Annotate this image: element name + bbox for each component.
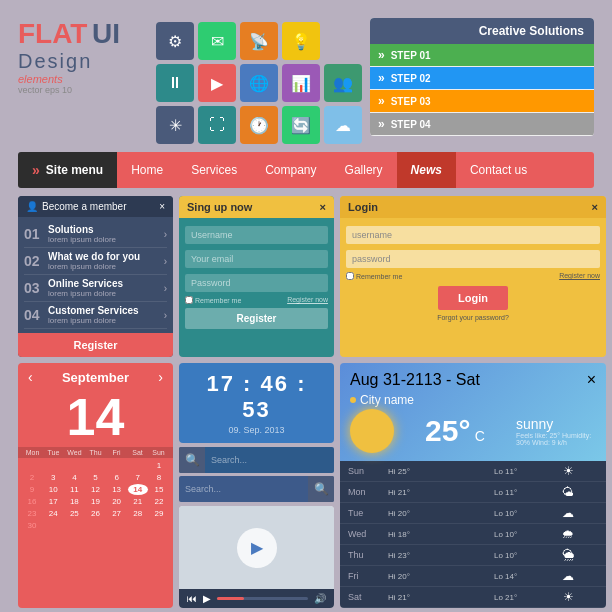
mid-column: 17 : 46 : 53 09. Sep. 2013 🔍 🔍 ▶ bbox=[179, 363, 334, 608]
calendar-day[interactable]: 12 bbox=[85, 484, 105, 495]
icon-email[interactable]: ✉ bbox=[198, 22, 236, 60]
ui-text: UI bbox=[92, 18, 120, 49]
list-item[interactable]: 01 Solutions lorem ipsum dolore › bbox=[24, 221, 167, 248]
calendar-day[interactable]: 28 bbox=[128, 508, 148, 519]
search-input-1[interactable] bbox=[205, 447, 334, 473]
list-item[interactable]: 03 Online Services lorem ipsum dolore › bbox=[24, 275, 167, 302]
calendar-day[interactable]: 23 bbox=[22, 508, 42, 519]
icon-pause[interactable]: ⏸ bbox=[156, 64, 194, 102]
register-button[interactable]: Register bbox=[18, 333, 173, 357]
search-input-2[interactable] bbox=[179, 476, 308, 502]
video-play-button[interactable]: ▶ bbox=[237, 528, 277, 568]
video-progress-fill bbox=[217, 597, 244, 600]
calendar-day[interactable]: 4 bbox=[64, 472, 84, 483]
calendar-day[interactable]: 17 bbox=[43, 496, 63, 507]
calendar-day[interactable]: 19 bbox=[85, 496, 105, 507]
list-item[interactable]: 02 What we do for you lorem ipsum dolore… bbox=[24, 248, 167, 275]
icon-play[interactable]: ▶ bbox=[198, 64, 236, 102]
calendar-day[interactable]: 25 bbox=[64, 508, 84, 519]
calendar-day[interactable]: 24 bbox=[43, 508, 63, 519]
icon-users[interactable]: 👥 bbox=[324, 64, 362, 102]
cal-prev-arrow[interactable]: ‹ bbox=[28, 369, 33, 385]
list-item[interactable]: 04 Customer Services lorem ipsum dolore … bbox=[24, 302, 167, 329]
register-link[interactable]: Register now bbox=[287, 296, 328, 304]
forgot-password-link[interactable]: Forgot your password? bbox=[346, 314, 600, 321]
nav-company[interactable]: Company bbox=[251, 152, 330, 188]
cal-next-arrow[interactable]: › bbox=[158, 369, 163, 385]
video-rewind-icon[interactable]: ⏮ bbox=[187, 593, 197, 604]
calendar-day[interactable]: 11 bbox=[64, 484, 84, 495]
calendar-day[interactable]: 8 bbox=[149, 472, 169, 483]
nav-news[interactable]: News bbox=[397, 152, 456, 188]
signup-password-input[interactable] bbox=[185, 274, 328, 292]
member-close-icon[interactable]: × bbox=[159, 201, 165, 212]
icon-settings[interactable]: ⚙ bbox=[156, 22, 194, 60]
calendar-day bbox=[43, 520, 63, 531]
icon-cloud[interactable]: ☁ bbox=[324, 106, 362, 144]
weather-close-icon[interactable]: × bbox=[587, 371, 596, 389]
nav-services[interactable]: Services bbox=[177, 152, 251, 188]
cs-step-4[interactable]: » STEP 04 bbox=[370, 113, 594, 136]
login-password-input[interactable] bbox=[346, 250, 600, 268]
login-remember-label[interactable]: Remember me bbox=[346, 272, 402, 280]
calendar-day[interactable]: 10 bbox=[43, 484, 63, 495]
calendar-day[interactable]: 27 bbox=[107, 508, 127, 519]
calendar-day[interactable]: 21 bbox=[128, 496, 148, 507]
calendar-day[interactable]: 9 bbox=[22, 484, 42, 495]
login-register-link[interactable]: Register now bbox=[559, 272, 600, 280]
cs-step-2[interactable]: » STEP 02 bbox=[370, 67, 594, 90]
calendar-day[interactable]: 20 bbox=[107, 496, 127, 507]
login-remember-checkbox[interactable] bbox=[346, 272, 354, 280]
login-username-input[interactable] bbox=[346, 226, 600, 244]
nav-home[interactable]: Home bbox=[117, 152, 177, 188]
icon-globe[interactable]: 🌐 bbox=[240, 64, 278, 102]
icon-chart[interactable]: 📊 bbox=[282, 64, 320, 102]
calendar-day[interactable]: 14 bbox=[128, 484, 148, 495]
calendar-day[interactable]: 22 bbox=[149, 496, 169, 507]
signup-header-label: Sing up now bbox=[187, 201, 252, 213]
login-options: Remember me Register now bbox=[346, 272, 600, 280]
login-button[interactable]: Login bbox=[438, 286, 508, 310]
calendar-day[interactable]: 16 bbox=[22, 496, 42, 507]
search-icon-2[interactable]: 🔍 bbox=[308, 476, 334, 502]
remember-me-checkbox[interactable] bbox=[185, 296, 193, 304]
icon-idea[interactable]: 💡 bbox=[282, 22, 320, 60]
navbar: » Site menu Home Services Company Galler… bbox=[18, 152, 594, 188]
calendar-day[interactable]: 29 bbox=[149, 508, 169, 519]
site-menu-button[interactable]: » Site menu bbox=[18, 152, 117, 188]
calendar-day[interactable]: 18 bbox=[64, 496, 84, 507]
calendar-day[interactable]: 2 bbox=[22, 472, 42, 483]
cs-step-3[interactable]: » STEP 03 bbox=[370, 90, 594, 113]
icon-expand[interactable]: ⛶ bbox=[198, 106, 236, 144]
icon-refresh[interactable]: 🔄 bbox=[282, 106, 320, 144]
signup-close-icon[interactable]: × bbox=[320, 201, 326, 213]
nav-contact[interactable]: Contact us bbox=[456, 152, 541, 188]
remember-me-label[interactable]: Remember me bbox=[185, 296, 241, 304]
signup-widget: Sing up now × Remember me Register now R… bbox=[179, 196, 334, 357]
icon-clock[interactable]: 🕐 bbox=[240, 106, 278, 144]
calendar-day[interactable]: 1 bbox=[149, 460, 169, 471]
calendar-day[interactable]: 26 bbox=[85, 508, 105, 519]
video-volume-icon[interactable]: 🔊 bbox=[314, 593, 326, 604]
calendar-day[interactable]: 7 bbox=[128, 472, 148, 483]
login-close-icon[interactable]: × bbox=[592, 201, 598, 213]
calendar-day[interactable]: 5 bbox=[85, 472, 105, 483]
signup-username-input[interactable] bbox=[185, 226, 328, 244]
calendar-day[interactable]: 6 bbox=[107, 472, 127, 483]
calendar-day[interactable]: 13 bbox=[107, 484, 127, 495]
icon-rss[interactable]: 📡 bbox=[240, 22, 278, 60]
signup-email-input[interactable] bbox=[185, 250, 328, 268]
time-date: 09. Sep. 2013 bbox=[189, 425, 324, 435]
calendar-day[interactable]: 3 bbox=[43, 472, 63, 483]
video-play-ctrl-icon[interactable]: ▶ bbox=[203, 593, 211, 604]
video-area: ▶ bbox=[179, 506, 334, 589]
calendar-day[interactable]: 30 bbox=[22, 520, 42, 531]
video-progress-bar[interactable] bbox=[217, 597, 308, 600]
signup-submit-button[interactable]: Register bbox=[185, 308, 328, 329]
forecast-row: Tue Hi 20° Lo 10° ☁ bbox=[340, 503, 606, 524]
nav-gallery[interactable]: Gallery bbox=[331, 152, 397, 188]
calendar-day[interactable]: 15 bbox=[149, 484, 169, 495]
forecast-lo: Lo 21° bbox=[494, 593, 534, 602]
cs-step-1[interactable]: » STEP 01 bbox=[370, 44, 594, 67]
icon-star[interactable]: ✳ bbox=[156, 106, 194, 144]
